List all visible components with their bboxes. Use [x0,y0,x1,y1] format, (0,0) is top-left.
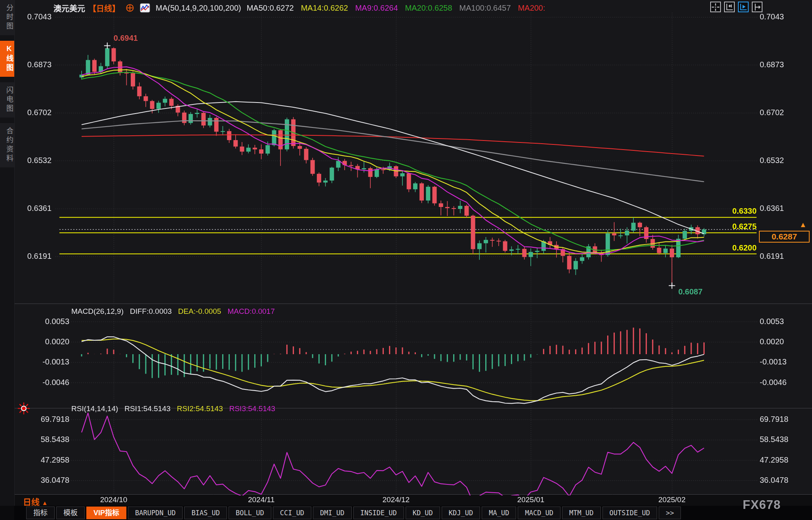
time-axis-label-4: 2025/02 [650,495,694,504]
time-axis-label-1: 2024/11 [240,495,283,504]
crosshair-icon[interactable] [710,2,721,12]
rsi-header-item-3: RSI3:54.5143 [229,404,275,413]
tab-indicators[interactable]: 指标 [26,507,55,519]
macd-header: MACD(26,12,9)DIFF:0.0003DEA:-0.0005MACD:… [71,307,275,316]
period-collapse-arrow-icon: ▲ [42,499,48,506]
tab-cci-ud[interactable]: CCI_UD [273,507,311,519]
current-price-box: 0.6287 [759,231,810,243]
tab-kdj-ud[interactable]: KDJ_UD [442,507,480,519]
sidebar-item-contract-info[interactable]: 合约资料 [0,123,14,167]
brand-watermark: FX678 [743,498,781,512]
sidebar-item-kline-chart[interactable]: K线图 [0,41,14,77]
rsi-header-item-1: RSI1:54.5143 [124,404,170,413]
period-tag: 【日线】 [88,2,120,14]
macd-header-item-0: MACD(26,12,9) [71,307,124,316]
tab-vip-indicators[interactable]: VIP指标 [86,507,126,519]
tab-kd-ud[interactable]: KD_UD [406,507,440,519]
axis-shift-icon[interactable] [752,2,762,12]
tab-inside-ud[interactable]: INSIDE_UD [353,507,404,519]
ma-value-5: MA200: [518,4,545,13]
chart-thumbnail-icon [140,3,150,13]
chart-toolbar [710,2,762,12]
time-axis-label-0: 2024/10 [92,495,135,504]
tab-macd-ud[interactable]: MACD_UD [518,507,560,519]
time-axis-label-3: 2025/01 [509,495,553,504]
sidebar-item-time-share-chart[interactable]: 分时图 [0,0,14,35]
chart-type-sidebar: 分时图K线图闪电图合约资料 [0,0,15,506]
tab-templates[interactable]: 模板 [56,507,85,519]
chart-header: 澳元美元 【日线】 MA(50,14,9,20,100,200) MA50:0.… [53,2,545,13]
trading-app: { "window": { "watermark": "FX678" }, "s… [0,0,812,520]
tab-more[interactable]: >> [659,507,681,519]
tab-ma-ud[interactable]: MA_UD [482,507,516,519]
expand-icon[interactable] [126,4,134,12]
rsi-header-item-0: RSI(14,14,14) [71,404,118,413]
axis-play-icon[interactable] [738,2,749,12]
tab-boll-ud[interactable]: BOLL_UD [229,507,271,519]
period-selector-label: 日线 [23,497,40,507]
macd-header-item-2: DEA:-0.0005 [178,307,221,316]
time-axis-label-2: 2024/12 [374,495,418,504]
ma-values: MA50:0.6272MA14:0.6262MA9:0.6264MA20:0.6… [247,4,545,13]
macd-header-item-1: DIFF:0.0003 [130,307,172,316]
ma-value-4: MA100:0.6457 [459,4,511,13]
ma-value-2: MA9:0.6264 [355,4,398,13]
sidebar-item-flash-chart[interactable]: 闪电图 [0,82,14,118]
price-chart-canvas[interactable] [0,0,812,520]
ma-value-3: MA20:0.6258 [405,4,452,13]
ma-value-1: MA14:0.6262 [301,4,348,13]
ma-settings-label: MA(50,14,9,20,100,200) [156,4,241,13]
macd-header-item-3: MACD:0.0017 [227,307,274,316]
axis-compress-icon[interactable] [724,2,735,12]
tab-barupdn-ud[interactable]: BARUPDN_UD [128,507,183,519]
rsi-header-item-2: RSI2:54.5143 [177,404,223,413]
ma-value-0: MA50:0.6272 [247,4,294,13]
tab-dmi-ud[interactable]: DMI_UD [313,507,351,519]
tab-outside-ud[interactable]: OUTSIDE_UD [602,507,657,519]
rsi-header: RSI(14,14,14)RSI1:54.5143RSI2:54.5143RSI… [71,404,275,413]
indicator-tabbar: 指标模板VIP指标BARUPDN_UDBIAS_UDBOLL_UDCCI_UDD… [14,506,812,520]
pair-title: 澳元美元 [53,2,85,14]
tab-mtm-ud[interactable]: MTM_UD [562,507,600,519]
alarm-blink-icon [17,402,30,416]
tab-bias-ud[interactable]: BIAS_UD [184,507,227,519]
